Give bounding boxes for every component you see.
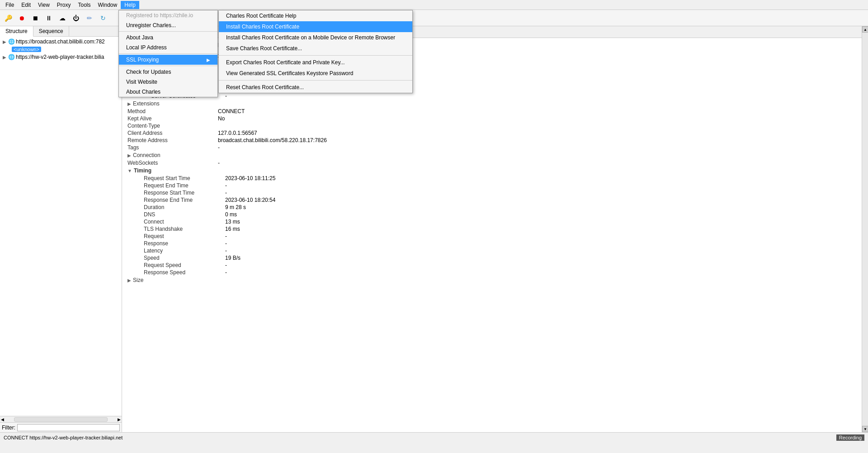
client-address-val: 127.0.0.1:56567 bbox=[218, 130, 257, 136]
tags-row: Tags - bbox=[127, 144, 856, 151]
connection-title: Connection bbox=[133, 152, 160, 158]
menu-edit[interactable]: Edit bbox=[18, 1, 34, 9]
timing-expand-icon: ▼ bbox=[127, 168, 132, 173]
remote-address-key: Remote Address bbox=[127, 137, 218, 143]
content-type-row: Content-Type bbox=[127, 122, 856, 129]
scroll-right-btn[interactable]: ▶ bbox=[117, 417, 122, 422]
response-speed-row: Response Speed - bbox=[135, 269, 856, 276]
connect-row: Connect 13 ms bbox=[135, 218, 856, 225]
websockets-row: WebSockets - bbox=[127, 159, 856, 167]
method-row: Method CONNECT bbox=[127, 108, 856, 115]
refresh-button[interactable]: ↻ bbox=[97, 12, 109, 24]
speed-val: 19 B/s bbox=[225, 255, 241, 261]
about-charles-item[interactable]: About Charles bbox=[119, 87, 217, 97]
scroll-up-btn[interactable]: ▲ bbox=[862, 26, 868, 33]
connect-key: Connect bbox=[135, 219, 225, 225]
method-val: CONNECT bbox=[218, 108, 245, 114]
status-bar: CONNECT https://hw-v2-web-player-tracker… bbox=[0, 432, 868, 442]
menubar: File Edit View Proxy Tools Window Help bbox=[0, 0, 868, 10]
ssl-install-root-cert[interactable]: Install Charles Root Certificate bbox=[219, 21, 412, 32]
submenu-arrow: ▶ bbox=[207, 57, 210, 62]
filter-input[interactable] bbox=[17, 424, 120, 431]
duration-key: Duration bbox=[135, 204, 225, 210]
scroll-left-btn[interactable]: ◀ bbox=[0, 417, 5, 422]
section-extensions[interactable]: ▶ Extensions bbox=[127, 100, 856, 108]
ssl-sep-1 bbox=[219, 55, 412, 56]
menu-window[interactable]: Window bbox=[94, 1, 121, 9]
section-size[interactable]: ▶ Size bbox=[127, 276, 856, 284]
tab-structure[interactable]: Structure bbox=[0, 26, 33, 37]
dns-val: 0 ms bbox=[225, 211, 237, 218]
section-timing[interactable]: ▼ Timing bbox=[127, 167, 856, 175]
response-row: Response - bbox=[135, 240, 856, 247]
unregister-charles-item[interactable]: Unregister Charles... bbox=[119, 20, 217, 30]
kept-alive-row: Kept Alive No bbox=[127, 115, 856, 122]
section-connection[interactable]: ▶ Connection bbox=[127, 151, 856, 159]
tree-area[interactable]: ▶ 🌐 https://broadcast.chat.bilibili.com:… bbox=[0, 37, 122, 416]
dns-key: DNS bbox=[135, 211, 225, 218]
menu-tools[interactable]: Tools bbox=[75, 1, 94, 9]
response-start-key: Response Start Time bbox=[135, 190, 225, 196]
response-val: - bbox=[225, 240, 227, 247]
expand-icon-2: ▶ bbox=[3, 55, 6, 60]
tree-item-hw-tracker[interactable]: ▶ 🌐 https://hw-v2-web-player-tracker.bil… bbox=[1, 53, 121, 61]
menu-sep-3 bbox=[119, 66, 217, 66]
about-java-item[interactable]: About Java bbox=[119, 33, 217, 43]
scroll-down-btn[interactable]: ▼ bbox=[862, 426, 868, 432]
detail-content: lue https://broadcast.chat.bilibili.com:… bbox=[122, 38, 862, 432]
client-address-row: Client Address 127.0.0.1:56567 bbox=[127, 129, 856, 137]
vertical-scrollbar[interactable]: ▲ ▼ bbox=[862, 26, 868, 432]
ssl-export-root-cert[interactable]: Export Charles Root Certificate and Priv… bbox=[219, 57, 412, 68]
tree-item-label: https://broadcast.chat.bilibili.com:782 bbox=[16, 38, 105, 45]
tags-key: Tags bbox=[127, 144, 218, 151]
method-key: Method bbox=[127, 108, 218, 114]
stop-button[interactable]: ⏹ bbox=[29, 12, 42, 24]
menu-help[interactable]: Help bbox=[121, 1, 139, 9]
recording-badge: Recording bbox=[836, 434, 864, 441]
tls-handshake-val: 16 ms bbox=[225, 226, 240, 232]
request-end-time-row: Request End Time - bbox=[135, 182, 856, 189]
cloud-button[interactable]: ☁ bbox=[56, 12, 69, 24]
request-key: Request bbox=[135, 233, 225, 239]
response-key: Response bbox=[135, 240, 225, 247]
record-button[interactable]: ⏺ bbox=[15, 12, 28, 24]
request-speed-key: Request Speed bbox=[135, 262, 225, 268]
request-start-val: 2023-06-10 18:11:25 bbox=[225, 175, 275, 181]
pencil-button[interactable]: ✏ bbox=[83, 12, 96, 24]
websockets-val: - bbox=[218, 160, 220, 166]
left-panel: Structure Sequence ▶ 🌐 https://broadcast… bbox=[0, 26, 122, 432]
scroll-track[interactable] bbox=[14, 417, 108, 422]
timing-title: Timing bbox=[134, 167, 151, 174]
local-ip-item[interactable]: Local IP Address bbox=[119, 43, 217, 52]
ssl-reset-root-cert[interactable]: Reset Charles Root Certificate... bbox=[219, 82, 412, 93]
structure-sequence-tabs: Structure Sequence bbox=[0, 26, 122, 37]
menu-proxy[interactable]: Proxy bbox=[53, 1, 75, 9]
tree-node-globe-icon: 🌐 bbox=[8, 38, 15, 45]
menu-file[interactable]: File bbox=[2, 1, 18, 9]
throttle-button[interactable]: ⏸ bbox=[42, 12, 55, 24]
tree-item-broadcast[interactable]: ▶ 🌐 https://broadcast.chat.bilibili.com:… bbox=[1, 38, 121, 46]
ssl-install-mobile[interactable]: Install Charles Root Certificate on a Mo… bbox=[219, 32, 412, 43]
ssl-save-root-cert[interactable]: Save Charles Root Certificate... bbox=[219, 43, 412, 54]
ssl-proxying-item[interactable]: SSL Proxying ▶ bbox=[119, 55, 217, 65]
request-row: Request - bbox=[135, 233, 856, 240]
new-session-button[interactable]: 🔑 bbox=[2, 12, 14, 24]
ssl-root-cert-help[interactable]: Charles Root Certificate Help bbox=[219, 10, 412, 21]
menu-sep-2 bbox=[119, 53, 217, 54]
request-start-time-row: Request Start Time 2023-06-10 18:11:25 bbox=[135, 175, 856, 182]
response-end-val: 2023-06-10 18:20:54 bbox=[225, 197, 275, 203]
scroll-thumb[interactable] bbox=[862, 33, 868, 426]
horizontal-scrollbar[interactable]: ◀ ▶ bbox=[0, 416, 122, 422]
remote-address-row: Remote Address broadcast.chat.bilibili.c… bbox=[127, 137, 856, 144]
menu-view[interactable]: View bbox=[34, 1, 53, 9]
ssl-view-keystore-password[interactable]: View Generated SSL Certificates Keystore… bbox=[219, 68, 412, 79]
tab-sequence[interactable]: Sequence bbox=[33, 26, 69, 36]
power-button[interactable]: ⏻ bbox=[70, 12, 82, 24]
check-updates-item[interactable]: Check for Updates bbox=[119, 67, 217, 77]
help-menu-popup: Registered to https://zhile.io Unregiste… bbox=[118, 10, 218, 97]
tree-item-unknown[interactable]: <unknown> bbox=[1, 46, 121, 53]
connect-val: 13 ms bbox=[225, 219, 240, 225]
response-speed-key: Response Speed bbox=[135, 269, 225, 276]
visit-website-item[interactable]: Visit Website bbox=[119, 77, 217, 87]
response-start-time-row: Response Start Time - bbox=[135, 189, 856, 196]
